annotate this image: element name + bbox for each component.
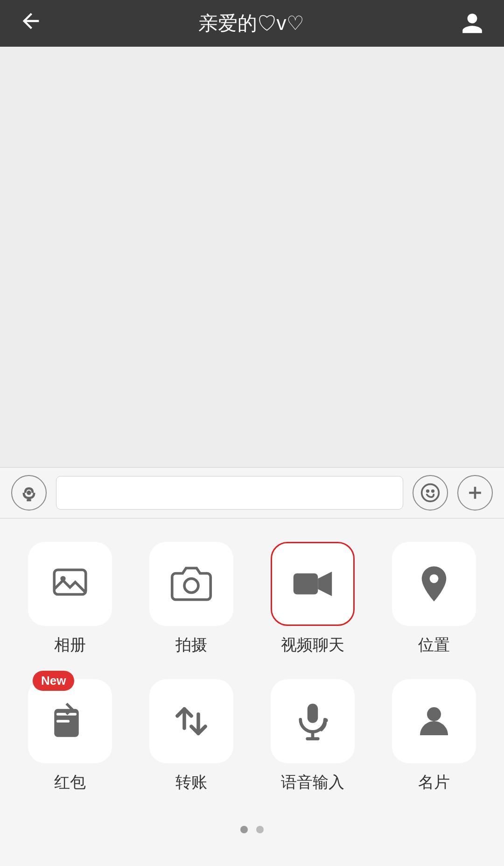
svg-point-21 [427, 707, 441, 721]
back-button[interactable] [19, 9, 43, 38]
grid-row-2: New 红包 转账 [19, 679, 485, 793]
location-icon-box [392, 542, 476, 626]
transfer-icon-box [149, 679, 233, 763]
svg-point-3 [422, 484, 439, 502]
transfer-label: 转账 [175, 772, 207, 793]
svg-rect-11 [294, 574, 318, 595]
grid-item-business-card[interactable]: 名片 [383, 679, 485, 793]
grid-item-album[interactable]: 相册 [19, 542, 121, 656]
grid-item-camera[interactable]: 拍摄 [140, 542, 243, 656]
grid-item-transfer[interactable]: 转账 [140, 679, 243, 793]
message-input[interactable] [56, 476, 403, 510]
camera-icon [170, 563, 212, 605]
album-label: 相册 [54, 634, 86, 656]
new-badge: New [33, 671, 74, 691]
grid-row-1: 相册 拍摄 视频聊天 [19, 542, 485, 656]
svg-point-20 [324, 718, 328, 723]
voice-input-label: 语音输入 [281, 772, 344, 793]
svg-point-9 [60, 576, 65, 581]
video-chat-label: 视频聊天 [281, 634, 344, 656]
red-packet-icon-box [28, 679, 112, 763]
red-packet-label: 红包 [54, 772, 86, 793]
album-icon-box [28, 542, 112, 626]
video-icon [292, 563, 334, 605]
business-card-icon-box [392, 679, 476, 763]
mic-icon [292, 700, 334, 742]
grid-item-voice-input[interactable]: 语音输入 [261, 679, 364, 793]
pagination [19, 816, 485, 847]
svg-point-5 [432, 490, 434, 492]
grid-item-video-chat[interactable]: 视频聊天 [261, 542, 364, 656]
header: 亲爱的♡v♡ [0, 0, 504, 47]
svg-rect-8 [54, 570, 86, 595]
camera-label: 拍摄 [175, 634, 207, 656]
chat-area [0, 47, 504, 467]
voice-button[interactable] [11, 475, 47, 511]
extra-panel: 相册 拍摄 视频聊天 [0, 518, 504, 866]
location-icon [413, 563, 455, 605]
image-icon [49, 563, 91, 605]
business-card-label: 名片 [418, 772, 450, 793]
dot-2 [256, 826, 264, 833]
video-chat-icon-box [271, 542, 355, 626]
svg-point-10 [184, 579, 198, 593]
svg-rect-17 [308, 704, 318, 723]
plus-button[interactable] [457, 475, 493, 511]
camera-icon-box [149, 542, 233, 626]
svg-point-0 [27, 490, 31, 495]
grid-item-location[interactable]: 位置 [383, 542, 485, 656]
input-bar [0, 467, 504, 518]
svg-point-13 [430, 574, 439, 583]
voice-input-icon-box [271, 679, 355, 763]
location-label: 位置 [418, 634, 450, 656]
profile-button[interactable] [459, 10, 485, 36]
emoji-button[interactable] [413, 475, 448, 511]
envelope-icon [49, 700, 91, 742]
chat-title: 亲爱的♡v♡ [43, 10, 459, 36]
svg-marker-12 [318, 572, 332, 596]
grid-item-red-packet[interactable]: New 红包 [19, 679, 121, 793]
transfer-icon [170, 700, 212, 742]
dot-1 [240, 826, 248, 833]
person-icon [413, 700, 455, 742]
svg-point-4 [427, 490, 429, 492]
